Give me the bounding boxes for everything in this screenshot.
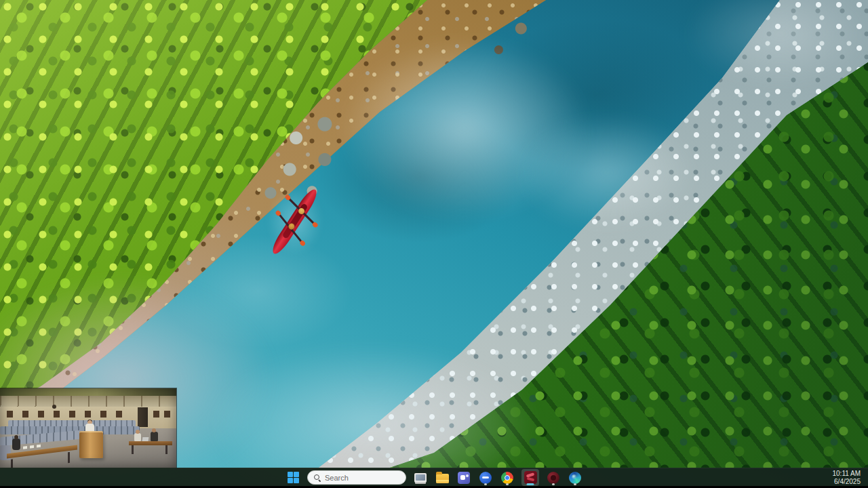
active-window-indicator	[527, 483, 534, 485]
taskbar-app-blue-circle[interactable]	[478, 469, 493, 486]
desktop: Search	[0, 0, 868, 488]
running-indicator	[574, 483, 576, 485]
running-indicator	[484, 483, 487, 485]
monitor-icon	[414, 473, 427, 483]
mist-cloud	[515, 115, 698, 230]
running-indicator	[506, 483, 509, 485]
search-icon	[314, 474, 321, 481]
taskbar-app-maroon-circle[interactable]	[546, 469, 561, 486]
clock-date: 6/4/2025	[832, 478, 861, 486]
taskbar-center-icons: Search	[285, 468, 583, 487]
taskbar-app-edge[interactable]	[568, 469, 583, 486]
edge-icon	[569, 472, 581, 484]
taskbar-app-teams[interactable]	[456, 469, 471, 486]
blue-circle-icon	[479, 472, 492, 484]
taskbar-app-desktop-monitor[interactable]	[413, 469, 428, 486]
kayak-paddler	[288, 222, 296, 230]
teams-icon	[458, 472, 470, 484]
running-indicator	[552, 483, 555, 485]
video-vignette	[0, 388, 176, 468]
meeting-video-overlay[interactable]	[0, 388, 176, 468]
search-placeholder: Search	[325, 474, 349, 482]
taskbar-app-media-active[interactable]	[521, 469, 539, 486]
media-app-icon	[524, 471, 537, 484]
red-kayak	[263, 182, 327, 262]
taskbar-app-chrome[interactable]	[500, 469, 515, 486]
folder-icon	[436, 474, 449, 483]
taskbar-clock[interactable]: 10:11 AM 6/4/2025	[832, 470, 861, 486]
search-input[interactable]: Search	[307, 470, 406, 485]
windows-logo-icon	[288, 472, 299, 483]
start-button[interactable]	[285, 469, 300, 486]
chrome-icon	[501, 472, 513, 484]
clock-time: 10:11 AM	[832, 470, 861, 478]
taskbar-app-file-explorer[interactable]	[435, 469, 450, 486]
taskbar: Search	[0, 468, 868, 487]
maroon-circle-icon	[547, 472, 559, 484]
